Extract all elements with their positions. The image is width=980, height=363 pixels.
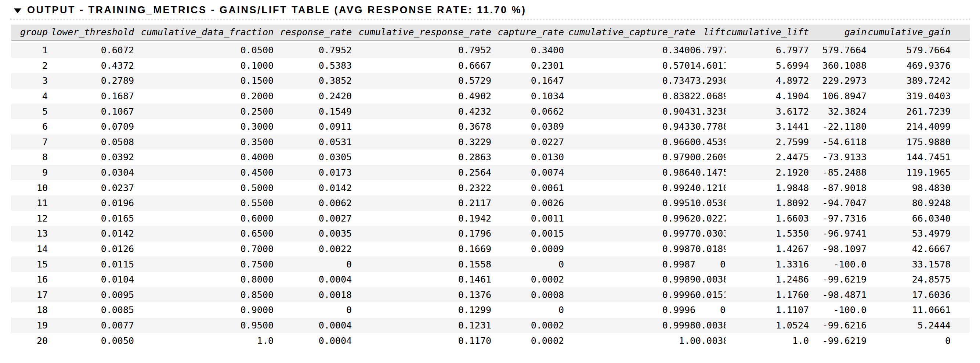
cell-cumulative_response_rate: 0.5729 xyxy=(352,73,491,89)
output-section-header[interactable]: OUTPUT - TRAINING_METRICS - GAINS/LIFT T… xyxy=(10,5,970,19)
cell-lower_threshold: 0.0196 xyxy=(48,196,134,211)
cell-cumulative_gain: 0 xyxy=(867,333,970,348)
section-title[interactable]: OUTPUT - TRAINING_METRICS - GAINS/LIFT T… xyxy=(27,5,527,16)
cell-gain: 106.8947 xyxy=(809,89,867,104)
cell-cumulative_gain: 214.4099 xyxy=(867,119,970,134)
cell-capture_rate: 0.0011 xyxy=(491,211,564,226)
cell-gain: -100.0 xyxy=(809,256,867,272)
cell-gain: 32.3824 xyxy=(809,103,867,119)
cell-lower_threshold: 0.0304 xyxy=(48,165,134,180)
cell-capture_rate: 0.1034 xyxy=(491,89,564,104)
table-row: 160.01040.80000.00040.14610.00020.99890.… xyxy=(11,272,970,287)
cell-group: 7 xyxy=(11,134,48,150)
cell-lift: 0.0303 xyxy=(695,226,725,241)
cell-cumulative_capture_rate: 0.9043 xyxy=(564,103,695,119)
cell-capture_rate: 0 xyxy=(491,256,564,272)
cell-cumulative_gain: 389.7242 xyxy=(867,73,970,89)
cell-cumulative_response_rate: 0.2117 xyxy=(352,196,491,211)
cell-response_rate: 0.0911 xyxy=(274,119,352,134)
cell-cumulative_response_rate: 0.1461 xyxy=(352,272,491,287)
cell-group: 14 xyxy=(11,241,48,257)
column-header-lower_threshold: lower_threshold xyxy=(48,25,134,40)
cell-cumulative_data_fraction: 0.7000 xyxy=(134,241,274,257)
cell-cumulative_lift: 6.7977 xyxy=(725,43,809,58)
table-row: 60.07090.30000.09110.36780.03890.94330.7… xyxy=(11,119,970,134)
cell-cumulative_data_fraction: 0.3500 xyxy=(134,134,274,150)
cell-cumulative_lift: 2.7599 xyxy=(725,134,809,150)
cell-lift: 1.3238 xyxy=(695,103,725,119)
cell-cumulative_response_rate: 0.3229 xyxy=(352,134,491,150)
table-row: 100.02370.50000.01420.23220.00610.99240.… xyxy=(11,180,970,196)
cell-group: 6 xyxy=(11,119,48,134)
cell-response_rate: 0.0004 xyxy=(274,318,352,333)
cell-lift: 6.7977 xyxy=(695,43,725,58)
cell-gain: -22.1180 xyxy=(809,119,867,134)
cell-group: 20 xyxy=(11,333,48,348)
column-header-cumulative_data_fraction: cumulative_data_fraction xyxy=(134,25,274,40)
cell-cumulative_data_fraction: 0.1500 xyxy=(134,73,274,89)
cell-gain: 229.2973 xyxy=(809,73,867,89)
cell-lower_threshold: 0.0392 xyxy=(48,150,134,165)
cell-response_rate: 0.0531 xyxy=(274,134,352,150)
cell-cumulative_data_fraction: 0.5500 xyxy=(134,196,274,211)
cell-cumulative_data_fraction: 0.4000 xyxy=(134,150,274,165)
cell-cumulative_capture_rate: 0.7347 xyxy=(564,73,695,89)
cell-capture_rate: 0.0026 xyxy=(491,196,564,211)
cell-lift: 0.0038 xyxy=(695,318,725,333)
column-header-capture_rate: capture_rate xyxy=(491,25,564,40)
cell-cumulative_capture_rate: 0.9790 xyxy=(564,150,695,165)
cell-cumulative_capture_rate: 0.9660 xyxy=(564,134,695,150)
cell-cumulative_data_fraction: 0.7500 xyxy=(134,256,274,272)
cell-lower_threshold: 0.0508 xyxy=(48,134,134,150)
cell-capture_rate: 0.0002 xyxy=(491,333,564,348)
cell-group: 17 xyxy=(11,287,48,303)
table-row: 110.01960.55000.00620.21170.00260.99510.… xyxy=(11,196,970,211)
cell-lower_threshold: 0.0165 xyxy=(48,211,134,226)
cell-lift: 0.0038 xyxy=(695,333,725,348)
cell-group: 10 xyxy=(11,180,48,196)
cell-response_rate: 0.0305 xyxy=(274,150,352,165)
collapse-triangle-icon[interactable] xyxy=(14,8,21,13)
cell-response_rate: 0 xyxy=(274,302,352,318)
column-header-lift: lift xyxy=(695,25,725,40)
cell-lower_threshold: 0.2789 xyxy=(48,73,134,89)
cell-cumulative_gain: 119.1965 xyxy=(867,165,970,180)
cell-gain: -99.6219 xyxy=(809,272,867,287)
cell-lift: 0.1475 xyxy=(695,165,725,180)
table-row: 200.00501.00.00040.11700.00021.00.00381.… xyxy=(11,333,970,348)
table-row: 140.01260.70000.00220.16690.00090.99870.… xyxy=(11,241,970,257)
cell-response_rate: 0.0027 xyxy=(274,211,352,226)
cell-lift: 2.0689 xyxy=(695,89,725,104)
cell-cumulative_response_rate: 0.6667 xyxy=(352,58,491,73)
table-row: 20.43720.10000.53830.66670.23010.57014.6… xyxy=(11,58,970,73)
cell-cumulative_capture_rate: 0.9433 xyxy=(564,119,695,134)
cell-cumulative_response_rate: 0.7952 xyxy=(352,43,491,58)
cell-lift: 0.1210 xyxy=(695,180,725,196)
cell-cumulative_capture_rate: 0.9977 xyxy=(564,226,695,241)
cell-lift: 0.2609 xyxy=(695,150,725,165)
cell-response_rate: 0 xyxy=(274,256,352,272)
cell-cumulative_lift: 1.0 xyxy=(725,333,809,348)
cell-cumulative_gain: 175.9880 xyxy=(867,134,970,150)
cell-capture_rate: 0.3400 xyxy=(491,43,564,58)
cell-capture_rate: 0.1647 xyxy=(491,73,564,89)
cell-cumulative_capture_rate: 1.0 xyxy=(564,333,695,348)
cell-cumulative_data_fraction: 0.6000 xyxy=(134,211,274,226)
cell-capture_rate: 0 xyxy=(491,302,564,318)
cell-lower_threshold: 0.6072 xyxy=(48,43,134,58)
cell-capture_rate: 0.0002 xyxy=(491,272,564,287)
cell-cumulative_response_rate: 0.1170 xyxy=(352,333,491,348)
cell-cumulative_lift: 1.4267 xyxy=(725,241,809,257)
cell-cumulative_capture_rate: 0.9996 xyxy=(564,302,695,318)
cell-cumulative_data_fraction: 0.3000 xyxy=(134,119,274,134)
cell-cumulative_lift: 1.9848 xyxy=(725,180,809,196)
cell-group: 9 xyxy=(11,165,48,180)
cell-cumulative_data_fraction: 0.9000 xyxy=(134,302,274,318)
column-header-gain: gain xyxy=(809,25,867,40)
cell-cumulative_lift: 1.8092 xyxy=(725,196,809,211)
table-row: 180.00850.900000.129900.999601.1107-100.… xyxy=(11,302,970,318)
cell-group: 16 xyxy=(11,272,48,287)
cell-group: 19 xyxy=(11,318,48,333)
cell-lower_threshold: 0.0104 xyxy=(48,272,134,287)
cell-cumulative_capture_rate: 0.9864 xyxy=(564,165,695,180)
